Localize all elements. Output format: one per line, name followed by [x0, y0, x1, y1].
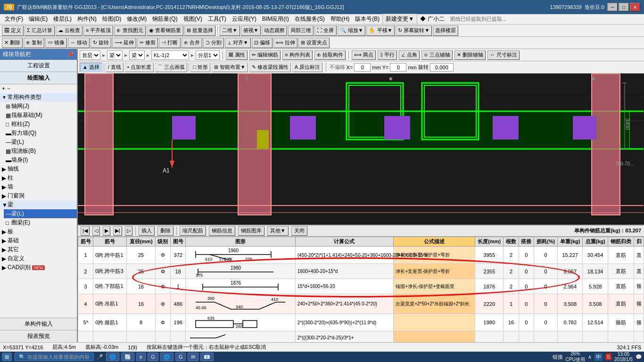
btn-find-elem[interactable]: ⊕ 查找图元	[114, 25, 145, 36]
btn-scale-rebar[interactable]: 缩尺配筋	[180, 226, 206, 236]
sidebar-add-icon[interactable]: +	[2, 85, 5, 92]
tree-item-foundation[interactable]: ▶ 基础	[0, 236, 77, 245]
lang-indicator[interactable]: 中	[594, 353, 603, 361]
tree-item-beam-group[interactable]: ▼ 梁	[0, 200, 77, 209]
btn-align-slab[interactable]: ≡ 平齐板顶	[83, 25, 113, 36]
input-y[interactable]	[390, 63, 406, 72]
menu-floor[interactable]: 楼层(L)	[50, 14, 74, 24]
taskbar-app-e[interactable]: e	[136, 353, 146, 361]
sidebar-minus-icon[interactable]: −	[7, 85, 10, 92]
start-button[interactable]: ⊞	[2, 353, 12, 361]
menu-tools[interactable]: 工具(T)	[205, 14, 229, 24]
tree-item-custom[interactable]: ▶ 自定义	[0, 254, 77, 263]
btn-insert-row[interactable]: 插入	[139, 226, 155, 236]
maximize-button[interactable]: □	[619, 3, 629, 11]
tree-item-other[interactable]: ▶ 其它	[0, 245, 77, 254]
btn-edit-rebar[interactable]: ✏ 编辑钢筋	[249, 50, 281, 60]
sidebar-report[interactable]: 报表预览	[0, 330, 77, 342]
taskbar-app-2[interactable]: 🔄	[121, 353, 134, 361]
taskbar-app-gj[interactable]: G	[175, 353, 186, 361]
btn-nav-last[interactable]: ▶|	[113, 226, 122, 236]
btn-local-3d[interactable]: 局部三维	[288, 25, 314, 36]
tree-item-opening[interactable]: ▶ 门窗洞	[0, 191, 77, 200]
btn-set-grip[interactable]: ⊞ 设置夹点	[298, 38, 330, 48]
btn-nav-prev[interactable]: ◁	[92, 226, 100, 236]
btn-break[interactable]: ⊣ 打断	[159, 38, 180, 48]
menu-draw[interactable]: 绘图(D)	[99, 14, 124, 24]
btn-select[interactable]: ▲ 选择	[80, 63, 102, 72]
btn-nav-jump[interactable]: ▷	[125, 226, 132, 236]
tree-item-cad[interactable]: ▶ CAD识别 NEW	[0, 263, 77, 272]
table-row[interactable]: 2 0跨.跨中筋3 25 Φ 18 1980	[78, 264, 644, 279]
sidebar-item-shearwall[interactable]: ▬ 剪力墙(Q)	[4, 129, 77, 138]
btn-cloud-check[interactable]: ☁ 云检查	[56, 25, 83, 36]
btn-align[interactable]: ⊥ 对齐▼	[225, 38, 251, 48]
btn-2d[interactable]: 二维▼	[220, 25, 240, 36]
btn-nav-next[interactable]: ▶	[103, 226, 110, 236]
btn-merge[interactable]: ⊕ 合并	[182, 38, 202, 48]
sidebar-single-element[interactable]: 单构件输入	[0, 318, 77, 330]
btn-split[interactable]: ⊃ 分割	[203, 38, 224, 48]
btn-view-rebar[interactable]: ◉ 查看钢筋量	[147, 25, 183, 36]
btn-zoom[interactable]: 🔍 缩放▼	[338, 25, 366, 36]
btn-3pt-arc[interactable]: ⌒ 三点画弧	[155, 63, 187, 72]
btn-pan[interactable]: ✋ 平移▼	[366, 25, 395, 36]
search-bar[interactable]: 🔍 在这里输入你要搜索的内容	[15, 353, 94, 361]
btn-fullscreen[interactable]: ⛶ 全屏	[314, 25, 336, 36]
btn-other[interactable]: 其他▼	[267, 226, 289, 236]
btn-smart-layout[interactable]: ⊞ 智能布置▼	[212, 63, 248, 72]
btn-move[interactable]: ↔ 移动	[68, 38, 90, 48]
btn-batch-select[interactable]: ⊞ 批量选择	[184, 25, 215, 36]
menu-edit[interactable]: 编辑(E)	[26, 14, 50, 24]
sidebar-item-wall-body[interactable]: ▬ 墙身(I)	[4, 156, 77, 165]
taskbar-app-extra[interactable]: 📧	[200, 353, 214, 361]
element-select[interactable]: KL-1(2	[151, 50, 189, 60]
btn-3pt-aux[interactable]: ⊙ 三点辅轴	[421, 50, 453, 60]
tree-item-common-types[interactable]: ▼ 常用构件类型	[0, 93, 77, 102]
btn-rebar-lib[interactable]: 钢筋图库	[238, 226, 264, 236]
menu-cloud[interactable]: 云应用(Y)	[229, 14, 259, 24]
ime-indicator[interactable]: S	[605, 354, 611, 360]
menu-help[interactable]: 帮助(H)	[328, 14, 353, 24]
menu-file[interactable]: 文件(F)	[2, 14, 26, 24]
btn-trim[interactable]: ✂ 修剪	[137, 38, 158, 48]
btn-plan[interactable]: 俯视▼	[241, 25, 261, 36]
btn-define[interactable]: ☰ 定义	[2, 25, 24, 36]
table-scroll[interactable]: 筋号 筋号 直径(mm) 级别 图号 图形 计算公式 公式描述 长度(mm) 根…	[78, 237, 644, 342]
taskbar-app-g[interactable]: G	[148, 353, 158, 361]
btn-mirror[interactable]: ⇔ 镜像	[45, 38, 67, 48]
btn-rotate[interactable]: ↻ 旋转	[91, 38, 111, 48]
btn-modify-segment[interactable]: ✎ 修改梁段属性	[249, 63, 291, 72]
menu-version[interactable]: 版本号(B)	[352, 14, 382, 24]
table-row[interactable]: 5* 0跨.箍筋1 8 Φ 196 635	[78, 314, 644, 331]
menu-element[interactable]: 构件(N)	[74, 14, 99, 24]
table-row[interactable]: 3 0跨.下部筋1 16 Φ 1 1876	[78, 279, 644, 294]
btn-dim[interactable]: ↔ 尺寸标注	[487, 50, 520, 60]
btn-pick-component[interactable]: ⊕ 拾取构件	[314, 50, 346, 60]
btn-original-label[interactable]: A 原位标注	[292, 63, 322, 72]
btn-line[interactable]: / 直线	[106, 63, 124, 72]
sidebar-item-drawing-input[interactable]: 绘图输入	[0, 72, 77, 84]
btn-rebar-info[interactable]: 钢筋信息	[209, 226, 235, 236]
subtype-select[interactable]: 梁	[129, 50, 145, 60]
tree-item-col[interactable]: ▶ 柱	[0, 173, 77, 182]
sidebar-item-project-settings[interactable]: 工程设置	[0, 60, 77, 72]
tree-item-slab-group[interactable]: ▶ 板	[0, 227, 77, 236]
taskbar-app-mail[interactable]: ✉	[188, 353, 198, 361]
window-controls[interactable]: ─ □ ✕	[607, 3, 640, 11]
tree-item-wall[interactable]: ▶ 墙	[0, 182, 77, 191]
taskbar-app-1[interactable]: 🌐	[106, 353, 119, 361]
btn-point-extend[interactable]: • 点加长度	[125, 63, 154, 72]
table-row[interactable]: 4 0跨.吊筋1 16 Φ 486 360	[78, 294, 644, 314]
btn-stretch[interactable]: ⟺ 拉伸	[273, 38, 297, 48]
layer-select[interactable]: 分层1	[196, 50, 220, 60]
sidebar-item-axis[interactable]: ⊞ 轴网(J)	[4, 102, 77, 111]
btn-select-floor[interactable]: 选择楼层	[433, 25, 458, 36]
btn-point-angle[interactable]: ∠ 点角	[399, 50, 420, 60]
sidebar-item-slab[interactable]: ▦ 现浇板(B)	[4, 147, 77, 156]
table-row[interactable]: 1 0跨.跨中筋1 25 Φ 372 1960	[78, 247, 644, 264]
input-rotate[interactable]	[430, 63, 454, 72]
mic-icon[interactable]: 🎤	[97, 354, 103, 360]
tree-item-axisline[interactable]: ▶ 轴线	[0, 165, 77, 173]
sidebar-item-beam-common[interactable]: — 梁(L)	[4, 138, 77, 147]
